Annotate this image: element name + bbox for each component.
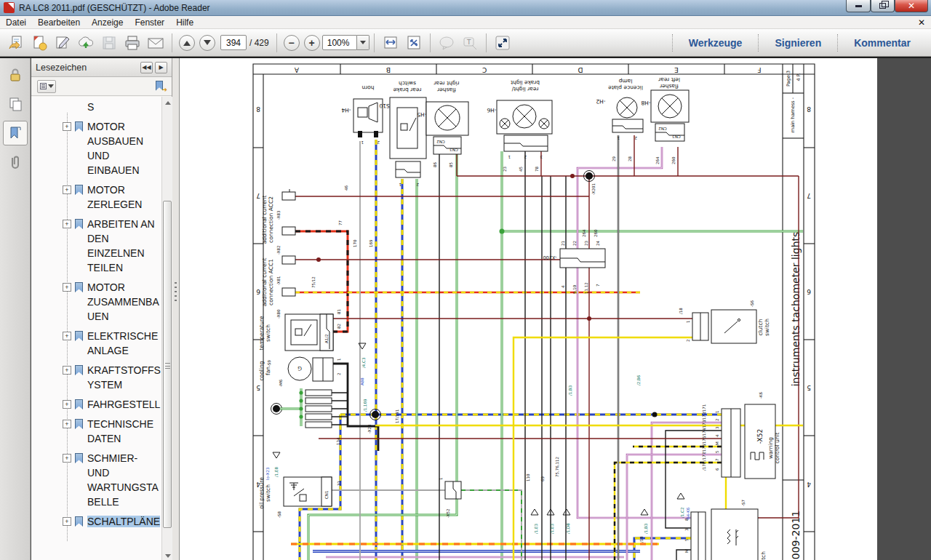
svg-text:75/12: 75/12 — [311, 276, 316, 288]
bookmark-item-schaltplaene[interactable]: + SCHALTPLÄNE — [31, 514, 161, 529]
close-button[interactable]: ✕ — [895, 0, 928, 12]
panel-splitter[interactable] — [172, 58, 180, 560]
svg-text:7: 7 — [256, 192, 260, 199]
wiring: -X201 -X23 — [271, 135, 804, 560]
svg-text:G: G — [297, 365, 302, 372]
security-lock-icon[interactable] — [3, 63, 28, 87]
svg-text:rear light/: rear light/ — [511, 86, 538, 92]
bookmark-item-motor-zusammenbauen[interactable]: + MOTOR ZUSAMMENBAUEN — [31, 280, 161, 324]
svg-text:A88: A88 — [360, 377, 364, 385]
svg-text:-X81: -X81 — [276, 276, 281, 285]
bookmark-item-arbeiten[interactable]: + ARBEITEN AN DEN EINZELNEN TEILEN — [31, 217, 161, 275]
page-number-input[interactable]: 394 — [220, 35, 247, 50]
bookmark-options-icon[interactable] — [37, 80, 56, 93]
menu-datei[interactable]: Datei — [0, 17, 32, 28]
bookmark-item-elektrische-anlage[interactable]: + ELEKTRISCHE ANLAGE — [31, 329, 161, 358]
restore-button[interactable] — [871, 0, 895, 12]
zoom-level-input[interactable]: 100% — [322, 35, 357, 50]
svg-text:fan: fan — [265, 367, 271, 375]
fit-width-icon[interactable] — [381, 33, 400, 52]
svg-text:7: 7 — [596, 284, 600, 287]
svg-text:-X52: -X52 — [756, 429, 764, 444]
close-document-icon[interactable]: ✕ — [918, 17, 925, 28]
bookmark-ribbon-icon — [75, 516, 83, 527]
svg-text:/1,E8: /1,E8 — [274, 466, 279, 477]
svg-text:28: 28 — [628, 156, 632, 161]
svg-text:A1/2: A1/2 — [324, 334, 329, 343]
bookmark-item-partial[interactable]: S — [31, 100, 161, 114]
expand-plus-icon[interactable]: + — [63, 366, 71, 375]
menu-hilfe[interactable]: Hilfe — [170, 17, 199, 28]
zoom-out-button[interactable]: − — [284, 35, 300, 51]
svg-text:warning: warning — [767, 437, 774, 459]
menu-bearbeiten[interactable]: Bearbeiten — [32, 17, 86, 28]
svg-text:brake light: brake light — [511, 79, 540, 86]
expand-plus-icon[interactable]: + — [63, 517, 71, 526]
email-icon[interactable] — [146, 33, 165, 52]
minimize-button[interactable] — [846, 0, 871, 12]
svg-text:B4-K6: B4-K6 — [686, 507, 690, 519]
expand-plus-icon[interactable]: + — [63, 332, 71, 340]
expand-plus-icon[interactable]: + — [63, 185, 71, 194]
expand-plus-icon[interactable]: + — [63, 220, 71, 228]
svg-text:1: 1 — [361, 140, 364, 145]
bookmarks-tree: S + MOTOR AUSBAUEN UND EINBAUEN + MOTOR … — [31, 97, 161, 560]
create-pdf-icon[interactable] — [30, 33, 49, 52]
svg-text:7: 7 — [807, 192, 811, 199]
expand-plus-icon[interactable]: + — [63, 400, 71, 409]
bookmark-item-technische-daten[interactable]: + TECHNISCHE DATEN — [31, 417, 161, 446]
menu-anzeige[interactable]: Anzeige — [86, 17, 129, 28]
scroll-up-icon[interactable] — [162, 97, 173, 108]
zoom-in-button[interactable]: + — [304, 35, 320, 51]
panel-menu-arrow-icon[interactable]: ▶ — [155, 62, 167, 73]
previous-page-button[interactable] — [179, 35, 195, 51]
print-icon[interactable] — [123, 33, 142, 52]
svg-text:CN1: CN1 — [324, 491, 329, 499]
svg-text:3: 3 — [684, 528, 689, 531]
scrollbar-thumb[interactable] — [163, 201, 172, 528]
svg-text:/2,B6: /2,B6 — [636, 375, 641, 385]
pdf-page[interactable]: A B C D E F 8 7 6 5 4 8 7 6 5 4 — [180, 58, 877, 560]
expand-plus-icon[interactable]: + — [63, 454, 71, 463]
signieren-button[interactable]: Signieren — [759, 33, 837, 52]
new-bookmark-icon[interactable]: ➜ — [154, 81, 166, 92]
fit-page-icon[interactable] — [404, 33, 423, 52]
attachments-paperclip-icon[interactable] — [3, 150, 28, 175]
bookmarks-panel-icon[interactable] — [3, 121, 28, 145]
scroll-down-icon[interactable] — [162, 551, 173, 560]
open-file-icon[interactable] — [7, 33, 25, 52]
expand-plus-icon[interactable]: + — [63, 122, 71, 131]
page-thumbnails-icon[interactable] — [3, 92, 28, 116]
sign-document-icon[interactable] — [53, 33, 72, 52]
svg-text:24: 24 — [596, 241, 600, 246]
chevron-down-icon — [360, 41, 366, 47]
bookmark-ribbon-icon — [75, 121, 83, 132]
svg-text:78: 78 — [535, 167, 539, 172]
bookmark-item-motor-ausbauen[interactable]: + MOTOR AUSBAUEN UND EINBAUEN — [31, 119, 161, 177]
fullscreen-icon[interactable] — [493, 33, 512, 52]
bookmark-item-fahrgestell[interactable]: + FAHRGESTELL — [31, 397, 161, 412]
title-bar[interactable]: RA LC8 2011.pdf (GESCHÜTZT) - Adobe Read… — [0, 0, 931, 16]
bookmarks-scrollbar[interactable] — [161, 97, 172, 560]
kommentar-button[interactable]: Kommentar — [838, 33, 927, 52]
bookmark-item-kraftstoffsystem[interactable]: + KRAFTSTOFFSYSTEM — [31, 363, 161, 392]
upload-cloud-icon[interactable] — [76, 33, 95, 52]
werkzeuge-button[interactable]: Werkzeuge — [673, 33, 759, 52]
svg-text:3: 3 — [540, 155, 543, 159]
next-page-button[interactable] — [199, 35, 215, 51]
expand-plus-icon[interactable]: + — [63, 283, 71, 292]
bookmark-item-motor-zerlegen[interactable]: + MOTOR ZERLEGEN — [31, 183, 161, 212]
window-title: RA LC8 2011.pdf (GESCHÜTZT) - Adobe Read… — [19, 3, 210, 13]
menu-fenster[interactable]: Fenster — [129, 17, 170, 28]
svg-text:/178: /178 — [702, 461, 706, 471]
svg-text:/172: /172 — [702, 412, 706, 421]
svg-text:86: 86 — [433, 162, 437, 167]
bookmark-ribbon-icon — [75, 282, 83, 292]
expand-plus-icon[interactable]: + — [63, 420, 71, 428]
svg-text:8: 8 — [256, 105, 260, 113]
bookmark-item-schmier-wartung[interactable]: + SCHMIER- UND WARTUNGSTABELLE — [31, 451, 161, 509]
collapse-panel-icon[interactable]: ◀◀ — [140, 62, 153, 73]
zoom-dropdown-button[interactable] — [357, 35, 369, 50]
svg-text:D: D — [578, 66, 583, 73]
component-licence-plate-lamp: licence platelamp -H2 1 2 29 28 — [596, 78, 643, 161]
